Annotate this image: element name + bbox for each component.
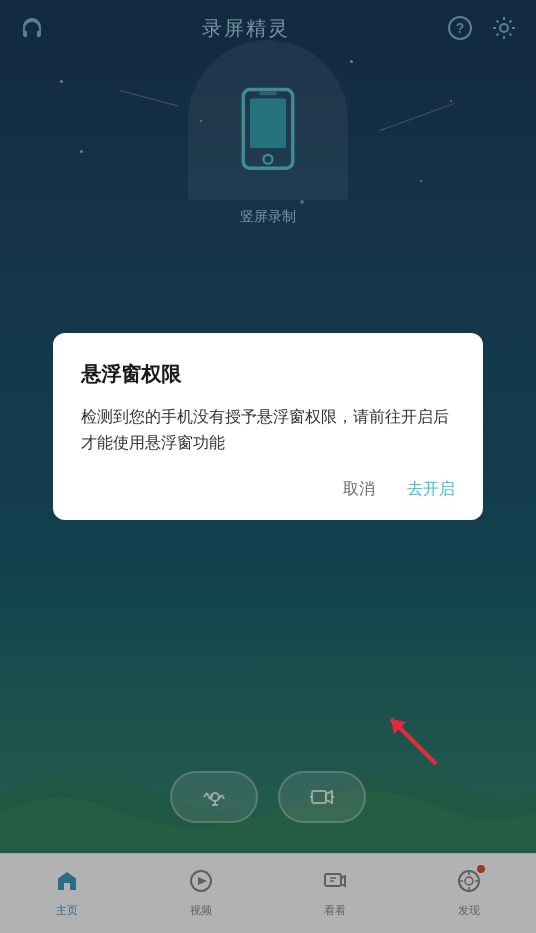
app-background: 录屏精灵 ?: [0, 0, 536, 933]
dialog-title: 悬浮窗权限: [81, 361, 455, 388]
dialog-body: 检测到您的手机没有授予悬浮窗权限，请前往开启后才能使用悬浮窗功能: [81, 404, 455, 455]
dialog-actions: 取消 去开启: [81, 479, 455, 500]
dialog-overlay: 悬浮窗权限 检测到您的手机没有授予悬浮窗权限，请前往开启后才能使用悬浮窗功能 取…: [0, 0, 536, 933]
cancel-button[interactable]: 取消: [343, 479, 375, 500]
arrow-annotation: [376, 704, 456, 788]
permission-dialog: 悬浮窗权限 检测到您的手机没有授予悬浮窗权限，请前往开启后才能使用悬浮窗功能 取…: [53, 333, 483, 520]
confirm-button[interactable]: 去开启: [407, 479, 455, 500]
